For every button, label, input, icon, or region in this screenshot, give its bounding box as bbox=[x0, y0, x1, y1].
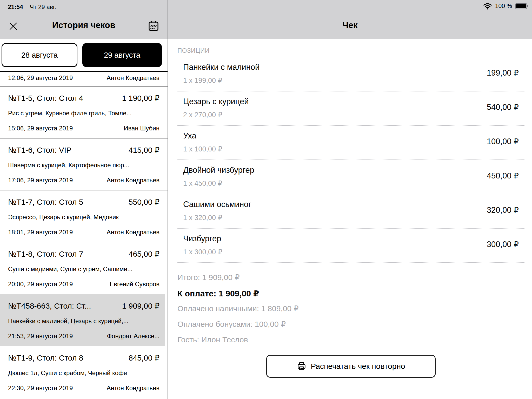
receipt-waiter: Фондрат Алексе... bbox=[107, 332, 159, 340]
position-price: 300,00 ₽ bbox=[487, 240, 519, 249]
battery-icon bbox=[515, 3, 528, 9]
position-qty: 2 x 270,00 ₽ bbox=[183, 111, 519, 119]
date-filter-28[interactable]: 28 августа bbox=[2, 43, 77, 67]
position-name: Панкейки с малиной bbox=[183, 62, 519, 72]
receipt-row-partial[interactable]: 12:06, 29 августа 2019 Антон Кондратьев bbox=[0, 72, 168, 87]
total-subtotal: Итого: 1 909,00 ₽ bbox=[177, 273, 524, 282]
print-receipt-label: Распечатать чек повторно bbox=[311, 362, 405, 371]
receipt-time: 18:01, 29 августа 2019 bbox=[8, 228, 73, 236]
receipt-items-summary: Эспрессо, Цезарь с курицей, Медовик bbox=[8, 213, 159, 221]
receipt-number: №Т1-5, Стол: Стол 4 bbox=[8, 93, 83, 103]
receipt-waiter: Иван Шубин bbox=[124, 124, 159, 132]
position-price: 100,00 ₽ bbox=[487, 137, 519, 146]
receipt-total: 415,00 ₽ bbox=[129, 145, 159, 155]
receipt-items-summary: Дюшес 1л, Суши с крабом, Черный кофе bbox=[8, 369, 159, 377]
positions-section-label: ПОЗИЦИИ bbox=[177, 47, 524, 55]
total-paid-cash: Оплачено наличными: 1 809,00 ₽ bbox=[177, 304, 524, 313]
position-name: Двойной чизбургер bbox=[183, 165, 519, 175]
position-price: 320,00 ₽ bbox=[487, 205, 519, 215]
receipt-history-panel: 28 августа 29 августа 12:06, 29 августа … bbox=[0, 39, 168, 399]
receipt-waiter: Антон Кондратьев bbox=[107, 176, 159, 184]
position-qty: 1 x 300,00 ₽ bbox=[183, 248, 519, 256]
receipt-items-summary: Панкейки с малиной, Цезарь с курицей,... bbox=[8, 317, 159, 325]
position-name: Чизбургер bbox=[183, 234, 519, 244]
position-row: Двойной чизбургер 1 x 450,00 ₽ 450,00 ₽ bbox=[177, 160, 524, 194]
receipt-row[interactable]: №Т1-6, Стол: VIP 415,00 ₽ Шаверма с кури… bbox=[0, 138, 168, 190]
position-price: 540,00 ₽ bbox=[487, 102, 519, 112]
position-name: Цезарь с курицей bbox=[183, 97, 519, 107]
left-nav: История чеков bbox=[0, 14, 168, 39]
receipt-number: №Т1-6, Стол: VIP bbox=[8, 145, 71, 155]
receipt-number: №Т458-663, Стол: Ст... bbox=[8, 301, 91, 311]
position-qty: 1 x 450,00 ₽ bbox=[183, 179, 519, 188]
position-price: 199,00 ₽ bbox=[487, 68, 519, 78]
receipt-list[interactable]: 12:06, 29 августа 2019 Антон Кондратьев … bbox=[0, 71, 168, 399]
receipt-waiter: Антон Кондратьев bbox=[107, 228, 159, 236]
receipt-time: 15:06, 29 августа 2019 bbox=[8, 124, 73, 132]
receipt-time: 12:06, 29 августа 2019 bbox=[8, 74, 73, 82]
receipt-waiter: Антон Кондратьев bbox=[107, 74, 159, 82]
receipt-time: 22:30, 29 августа 2019 bbox=[8, 384, 73, 392]
left-panel-title: История чеков bbox=[0, 20, 168, 30]
status-time: 21:54 bbox=[8, 4, 23, 11]
receipt-number: №Т1-7, Стол: Стол 5 bbox=[8, 197, 83, 207]
printer-icon bbox=[297, 361, 307, 371]
receipt-row-selected[interactable]: №Т458-663, Стол: Ст... 1 909,00 ₽ Панкей… bbox=[0, 294, 168, 346]
date-filter-29[interactable]: 29 августа bbox=[82, 43, 162, 67]
total-paid-bonus: Оплачено бонусами: 100,00 ₽ bbox=[177, 320, 524, 329]
receipt-waiter: Антон Кондратьев bbox=[107, 384, 159, 392]
position-name: Сашими осьминог bbox=[183, 200, 519, 209]
receipt-total: 845,00 ₽ bbox=[129, 353, 159, 363]
battery-percent: 100 % bbox=[495, 3, 512, 10]
top-header: 21:54 Чт 29 авг. 100 % bbox=[0, 0, 532, 39]
right-nav: Чек bbox=[168, 14, 532, 39]
status-date: Чт 29 авг. bbox=[30, 4, 56, 11]
guest-name: Гость: Илон Теслов bbox=[177, 335, 524, 344]
receipt-time: 21:53, 29 августа 2019 bbox=[8, 332, 73, 340]
receipt-detail-panel: ПОЗИЦИИ Панкейки с малиной 1 x 199,00 ₽ … bbox=[168, 39, 532, 399]
position-qty: 1 x 199,00 ₽ bbox=[183, 76, 519, 85]
position-price: 450,00 ₽ bbox=[487, 171, 519, 181]
receipt-number: №Т1-9, Стол: Стол 8 bbox=[8, 353, 83, 363]
receipt-total: 550,00 ₽ bbox=[129, 197, 159, 207]
receipt-row[interactable]: №Т1-7, Стол: Стол 5 550,00 ₽ Эспрессо, Ц… bbox=[0, 190, 168, 242]
receipt-number: №Т1-8, Стол: Стол 7 bbox=[8, 249, 83, 259]
receipt-row[interactable]: №Т1-8, Стол: Стол 7 465,00 ₽ Суши с миди… bbox=[0, 242, 168, 294]
position-row: Цезарь с курицей 2 x 270,00 ₽ 540,00 ₽ bbox=[177, 91, 524, 126]
position-qty: 1 x 100,00 ₽ bbox=[183, 145, 519, 153]
receipt-total: 465,00 ₽ bbox=[129, 249, 159, 259]
receipt-time: 17:06, 29 августа 2019 bbox=[8, 176, 73, 184]
receipt-total: 1 190,00 ₽ bbox=[122, 93, 159, 103]
position-name: Уха bbox=[183, 131, 519, 141]
receipt-time: 20:00, 29 августа 2019 bbox=[8, 280, 73, 288]
total-to-pay: К оплате: 1 909,00 ₽ bbox=[177, 288, 524, 299]
calendar-icon[interactable] bbox=[147, 20, 160, 32]
receipt-row[interactable]: №Т1-9, Стол: Стол 8 845,00 ₽ Дюшес 1л, С… bbox=[0, 346, 168, 398]
position-row: Уха 1 x 100,00 ₽ 100,00 ₽ bbox=[177, 126, 524, 160]
receipt-row[interactable]: №Т1-5, Стол: Стол 4 1 190,00 ₽ Рис с угр… bbox=[0, 87, 168, 138]
date-filter-row: 28 августа 29 августа bbox=[0, 43, 168, 67]
status-bar: 21:54 Чт 29 авг. 100 % bbox=[0, 0, 532, 14]
position-row: Чизбургер 1 x 300,00 ₽ 300,00 ₽ bbox=[177, 229, 524, 263]
wifi-icon bbox=[483, 3, 492, 10]
positions-list: Панкейки с малиной 1 x 199,00 ₽ 199,00 ₽… bbox=[177, 57, 524, 263]
right-panel-title: Чек bbox=[168, 20, 532, 30]
receipt-items-summary: Шаверма с курицей, Картофельное пюр... bbox=[8, 161, 159, 169]
print-receipt-button[interactable]: Распечатать чек повторно bbox=[266, 355, 436, 378]
receipt-totals: Итого: 1 909,00 ₽ К оплате: 1 909,00 ₽ О… bbox=[177, 273, 524, 344]
position-row: Панкейки с малиной 1 x 199,00 ₽ 199,00 ₽ bbox=[177, 57, 524, 91]
position-row: Сашими осьминог 1 x 320,00 ₽ 320,00 ₽ bbox=[177, 194, 524, 229]
receipt-items-summary: Рис с угрем, Куриное филе гриль, Томле..… bbox=[8, 109, 159, 117]
position-qty: 1 x 320,00 ₽ bbox=[183, 214, 519, 222]
receipt-items-summary: Суши с мидиями, Суши с угрем, Сашими... bbox=[8, 265, 159, 273]
receipt-total: 1 909,00 ₽ bbox=[122, 301, 159, 311]
panel-divider bbox=[168, 0, 168, 399]
receipt-waiter: Евгений Суворов bbox=[110, 280, 159, 288]
